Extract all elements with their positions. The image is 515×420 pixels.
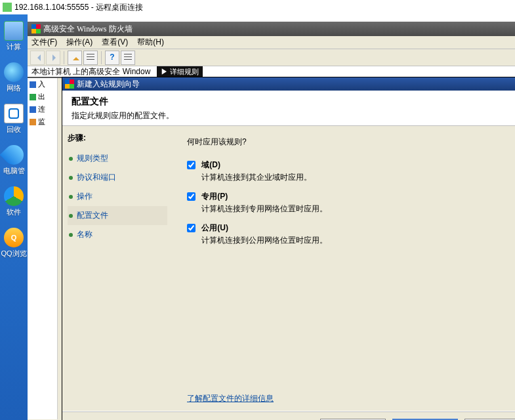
computer-icon <box>4 21 24 41</box>
wizard-body: 步骤: 规则类型 协议和端口 操作 配置文件 名称 何时应用该规则? 域(D) … <box>62 126 515 411</box>
wizard-header-subtitle: 指定此规则应用的配置文件。 <box>72 110 515 121</box>
domain-checkbox-label[interactable]: 域(D) <box>187 160 220 169</box>
firewall-shield-icon <box>31 24 41 33</box>
public-desc: 计算机连接到公用网络位置时应用。 <box>201 235 515 246</box>
private-checkbox[interactable] <box>187 192 196 201</box>
domain-desc: 计算机连接到其企业域时应用。 <box>201 172 515 183</box>
firewall-menubar: 文件(F) 操作(A) 查看(V) 帮助(H) <box>28 36 515 49</box>
wizard-prompt: 何时应用该规则? <box>187 136 515 148</box>
step-rule-type[interactable]: 规则类型 <box>68 149 167 168</box>
firewall-title-text: 高级安全 Windows 防火墙 <box>43 22 133 36</box>
pc-manager-icon <box>0 141 28 169</box>
wizard-shield-icon <box>65 79 74 89</box>
menu-view[interactable]: 查看(V) <box>102 37 128 48</box>
learn-more-link[interactable]: 了解配置文件的详细信息 <box>187 393 274 404</box>
tree-outbound[interactable]: 出 <box>28 91 57 103</box>
menu-action[interactable]: 操作(A) <box>66 37 93 48</box>
checkbox-row-domain: 域(D) <box>187 159 515 171</box>
breadcrumb-text: 本地计算机 上的高级安全 Window <box>31 66 150 77</box>
wizard-footer: < 上一步(B) 下一步(N) > 取消 <box>62 411 515 420</box>
wizard-dialog: 新建入站规则向导 配置文件 指定此规则应用的配置文件。 步骤: 规则类型 协议和… <box>62 77 515 420</box>
tree-connection[interactable]: 连 <box>28 103 57 116</box>
toolbar-back-button[interactable] <box>30 51 45 65</box>
wizard-header-title: 配置文件 <box>72 96 515 108</box>
rdp-titlebar: 192.168.1.104:55555 - 远程桌面连接 <box>0 0 515 14</box>
desktop-icon-recycle[interactable]: 回收 <box>0 104 28 135</box>
firewall-toolbar <box>28 49 515 66</box>
tree-inbound[interactable]: 入 <box>28 78 57 91</box>
wizard-steps-panel: 步骤: 规则类型 协议和端口 操作 配置文件 名称 <box>62 126 173 411</box>
monitor-icon <box>30 119 36 125</box>
private-desc: 计算机连接到专用网络位置时应用。 <box>201 203 515 215</box>
desktop-icon-computer[interactable]: 计算 <box>0 21 28 52</box>
wizard-title-text: 新建入站规则向导 <box>77 77 140 91</box>
menu-file[interactable]: 文件(F) <box>31 37 57 48</box>
desktop-icon-network[interactable]: 网络 <box>0 62 28 93</box>
wizard-header: 配置文件 指定此规则应用的配置文件。 <box>62 91 515 126</box>
outbound-icon <box>30 94 36 100</box>
recycle-bin-icon <box>4 104 24 123</box>
desktop-icon-manager[interactable]: 电脑管 <box>0 145 28 176</box>
toolbar-forward-button[interactable] <box>46 51 60 65</box>
network-icon <box>4 62 24 82</box>
breadcrumb-tab[interactable]: ▶ 详细规则 <box>157 66 203 77</box>
firewall-window: 高级安全 Windows 防火墙 文件(F) 操作(A) 查看(V) 帮助(H)… <box>28 22 515 420</box>
step-dot-icon <box>69 176 73 180</box>
firewall-tree: 入 出 连 监 <box>28 78 58 419</box>
toolbar-help-button[interactable] <box>105 51 119 65</box>
tree-monitor[interactable]: 监 <box>28 116 57 128</box>
private-checkbox-label[interactable]: 专用(P) <box>187 192 228 201</box>
toolbar-separator <box>64 51 64 64</box>
steps-heading: 步骤: <box>68 133 167 144</box>
public-checkbox[interactable] <box>187 224 196 232</box>
step-dot-icon <box>69 195 73 199</box>
desktop-icon-qqbrowser[interactable]: QQ浏览 <box>0 228 28 259</box>
inbound-icon <box>30 81 36 88</box>
desktop-strip: 计算 网络 回收 电脑管 软件 QQ浏览 <box>0 14 28 420</box>
step-dot-icon <box>69 157 73 161</box>
software-icon <box>4 186 24 206</box>
step-action[interactable]: 操作 <box>68 187 167 206</box>
wizard-titlebar[interactable]: 新建入站规则向导 <box>62 77 515 91</box>
toolbar-props-button[interactable] <box>121 51 135 65</box>
step-profile[interactable]: 配置文件 <box>68 206 167 225</box>
desktop-icon-software[interactable]: 软件 <box>0 186 28 217</box>
checkbox-row-public: 公用(U) <box>187 222 515 234</box>
menu-help[interactable]: 帮助(H) <box>137 37 164 48</box>
toolbar-up-button[interactable] <box>68 51 82 65</box>
wizard-content: 何时应用该规则? 域(D) 计算机连接到其企业域时应用。 专用(P) 计算机连接… <box>173 126 515 411</box>
step-dot-icon <box>69 214 73 218</box>
step-name[interactable]: 名称 <box>68 225 167 244</box>
step-protocol-ports[interactable]: 协议和端口 <box>68 168 167 187</box>
firewall-titlebar[interactable]: 高级安全 Windows 防火墙 <box>28 22 515 36</box>
toolbar-list-button[interactable] <box>83 51 98 65</box>
toolbar-separator <box>101 51 102 64</box>
rdp-icon <box>3 3 12 12</box>
rdp-title-text: 192.168.1.104:55555 - 远程桌面连接 <box>14 0 143 14</box>
public-checkbox-label[interactable]: 公用(U) <box>187 223 228 232</box>
connection-icon <box>30 106 36 113</box>
checkbox-row-private: 专用(P) <box>187 191 515 202</box>
qq-browser-icon <box>4 228 24 247</box>
step-dot-icon <box>69 233 73 237</box>
domain-checkbox[interactable] <box>187 161 196 169</box>
